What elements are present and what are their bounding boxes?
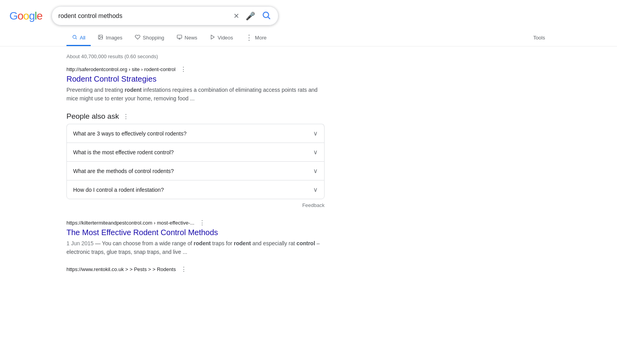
paa-item[interactable]: What are 3 ways to effectively control r… [66,124,325,143]
result-url-row: https://kiltertermiteandpestcontrol.com … [66,219,325,227]
paa-question: What are 3 ways to effectively control r… [73,130,187,137]
result-menu-icon[interactable]: ⋮ [199,219,205,227]
search-input[interactable] [58,12,230,20]
search-bar-icons: ✕ 🎤 [233,10,272,22]
people-also-ask-section: People also ask ⋮ What are 3 ways to eff… [66,112,325,210]
tab-news-label: News [185,35,197,41]
logo-letter-g2: g [29,10,35,22]
tab-images[interactable]: Images [92,30,128,46]
result-menu-icon[interactable]: ⋮ [180,66,187,73]
tab-videos-label: Videos [218,35,233,41]
result-url-row: http://saferodentcontrol.org › site › ro… [66,66,325,73]
mic-button[interactable]: 🎤 [245,11,256,21]
tab-videos[interactable]: Videos [204,30,239,46]
news-icon [177,34,182,41]
search-bar: ✕ 🎤 [52,6,278,25]
videos-icon [210,34,215,41]
chevron-down-icon: ∨ [313,130,318,137]
svg-point-2 [73,35,76,38]
tab-all[interactable]: All [66,30,91,46]
svg-point-5 [100,36,100,37]
logo-letter-g: G [9,10,18,22]
images-icon [98,34,103,41]
result-snippet: Preventing and treating rodent infestati… [66,86,325,103]
result-item: https://kiltertermiteandpestcontrol.com … [66,219,325,256]
result-date: 1 Jun 2015 [66,240,93,246]
chevron-down-icon: ∨ [313,148,318,156]
search-button[interactable] [261,10,272,22]
nav-tabs: All Images Shopping News Videos ⋮ More T… [0,27,617,46]
tab-tools[interactable]: Tools [528,31,551,46]
svg-marker-9 [211,35,214,39]
all-icon [72,34,77,41]
feedback-row: Feedback [66,199,325,210]
result-url: https://kiltertermiteandpestcontrol.com … [66,220,194,226]
svg-line-3 [76,38,77,39]
result-item: https://www.rentokil.co.uk > > Pests > >… [66,266,325,273]
paa-header: People also ask ⋮ [66,112,325,121]
svg-line-1 [268,17,270,19]
logo-letter-e: e [37,10,43,22]
more-icon: ⋮ [246,34,253,41]
results-count: About 40,700,000 results (0.60 seconds) [66,54,325,59]
tab-images-label: Images [106,35,122,41]
result-title[interactable]: Rodent Control Strategies [66,74,325,84]
paa-item[interactable]: What are the methods of control rodents?… [66,161,325,180]
search-icon [262,11,271,21]
logo-letter-o1: o [18,10,23,22]
svg-rect-6 [177,35,182,38]
paa-item[interactable]: How do I control a rodent infestation? ∨ [66,180,325,199]
chevron-down-icon: ∨ [313,186,318,193]
tab-news[interactable]: News [171,30,203,46]
tab-more-label: More [255,35,267,41]
clear-button[interactable]: ✕ [233,11,240,21]
feedback-link[interactable]: Feedback [302,202,325,208]
mic-icon: 🎤 [246,11,255,21]
close-icon: ✕ [233,12,239,20]
paa-question: What is the most effective rodent contro… [73,149,174,155]
header: Google ✕ 🎤 [0,0,617,25]
paa-question: How do I control a rodent infestation? [73,187,164,193]
logo-letter-o2: o [23,10,29,22]
result-url-row: https://www.rentokil.co.uk > > Pests > >… [66,266,325,273]
chevron-down-icon: ∨ [313,167,318,175]
result-menu-icon[interactable]: ⋮ [181,266,187,273]
paa-menu-icon[interactable]: ⋮ [123,113,129,120]
google-logo[interactable]: Google [9,10,42,22]
tab-shopping-label: Shopping [143,35,164,41]
result-url: https://www.rentokil.co.uk > > Pests > >… [66,266,176,272]
shopping-icon [135,34,140,41]
tab-all-label: All [80,35,85,41]
paa-question: What are the methods of control rodents? [73,168,174,174]
result-url: http://saferodentcontrol.org › site › ro… [66,66,176,72]
result-item: http://saferodentcontrol.org › site › ro… [66,66,325,103]
results-area: About 40,700,000 results (0.60 seconds) … [0,46,391,273]
paa-title: People also ask [66,112,119,121]
result-snippet: 1 Jun 2015 — You can choose from a wide … [66,239,325,256]
result-title[interactable]: The Most Effective Rodent Control Method… [66,227,325,237]
tab-more[interactable]: ⋮ More [240,30,272,46]
paa-item[interactable]: What is the most effective rodent contro… [66,143,325,161]
tab-shopping[interactable]: Shopping [129,30,170,46]
